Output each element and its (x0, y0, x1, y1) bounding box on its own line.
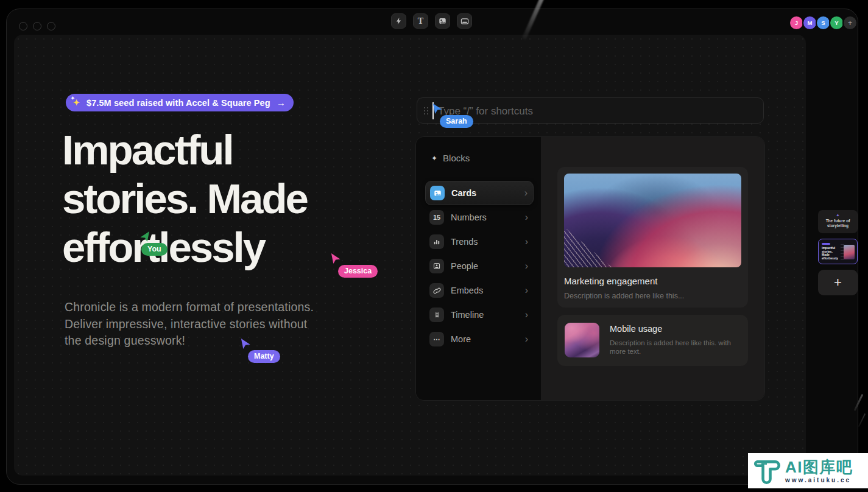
add-slide-button[interactable]: + (818, 270, 858, 295)
aituku-logo-icon (753, 457, 780, 485)
timeline-icon (429, 308, 444, 322)
menu-item-numbers[interactable]: 15 Numbers › (425, 205, 534, 230)
hero-subtitle-line: Deliver impressive, interactive stories … (65, 316, 314, 333)
editor-block-input[interactable] (417, 97, 764, 124)
slide-thumbnail-title: Impactful stories. Made effortlessly (822, 247, 840, 260)
menu-item-label: People (451, 261, 525, 271)
slide-thumbnail-title: The future of storytelling (824, 219, 852, 228)
pointer-icon (330, 253, 342, 264)
menu-item-embeds[interactable]: Embeds › (425, 278, 534, 303)
card-tool-icon[interactable] (457, 13, 472, 29)
blocks-header-label: Blocks (443, 153, 470, 163)
more-ellipsis-icon: ⋯ (429, 332, 444, 346)
menu-item-timeline[interactable]: Timeline › (425, 303, 534, 327)
screen: T J M S Y + (0, 0, 868, 492)
slide-rail: ✦ The future of storytelling Impactful s… (818, 210, 858, 295)
watermark-title: AI图库吧 (785, 459, 853, 476)
hero-title: Impactful stories. Made effortlessly (62, 126, 307, 272)
preview-card-description: Description is added here like this... (564, 292, 741, 300)
cards-image-icon (430, 186, 445, 200)
chevron-right-icon: › (525, 237, 528, 247)
chevron-right-icon: › (524, 188, 528, 198)
collaborator-avatars: J M S Y + (791, 15, 858, 30)
cursor-label: Matty (248, 350, 280, 363)
menu-item-label: Timeline (451, 310, 525, 320)
text-tool-icon[interactable]: T (413, 13, 428, 29)
embeds-link-icon (429, 283, 444, 298)
window-control-minimize[interactable] (33, 22, 41, 30)
blocks-preview-pane: Marketing engagement Description is adde… (541, 137, 764, 400)
toolbar: T (391, 13, 472, 29)
aituku-watermark: AI图库吧 www.aituku.cc (748, 453, 868, 488)
menu-item-label: Numbers (451, 213, 525, 222)
preview-card-mobile[interactable]: Mobile usage Description is added here l… (557, 315, 748, 366)
preview-card-marketing[interactable]: Marketing engagement Description is adde… (557, 167, 748, 308)
blocks-header: ✦ Blocks (431, 153, 470, 163)
mobile-preview-image (565, 323, 599, 357)
cursor-label: Jessica (338, 265, 378, 278)
menu-item-more[interactable]: ⋯ More › (425, 327, 534, 351)
slide-thumbnail-2-selected[interactable]: Impactful stories. Made effortlessly (818, 239, 858, 264)
hero-title-line: Impactful (62, 126, 307, 175)
slide-thumbnail-1[interactable]: ✦ The future of storytelling (818, 210, 858, 233)
menu-item-trends[interactable]: Trends › (425, 230, 534, 254)
preview-card-title: Marketing engagement (564, 276, 741, 286)
mini-image (844, 245, 855, 259)
watermark-url: www.aituku.cc (785, 477, 853, 483)
light-streak (858, 413, 866, 427)
preview-card-title: Mobile usage (610, 324, 740, 334)
window-control-close[interactable] (19, 22, 27, 30)
numbers-icon: 15 (429, 210, 444, 225)
hero-subtitle-line: the design guesswork! (65, 332, 314, 350)
blocks-diamond-icon: ✦ (431, 154, 437, 163)
chevron-right-icon: › (525, 286, 528, 295)
hero-subtitle-line: Chronicle is a modern format of presenta… (65, 299, 314, 316)
trends-chart-icon (429, 234, 444, 249)
seed-announcement-badge[interactable]: ✦ ✦ $7.5M seed raised with Accel & Squar… (66, 94, 294, 111)
drag-handle-icon[interactable] (424, 107, 428, 114)
menu-item-label: Trends (451, 237, 525, 247)
chevron-right-icon: › (525, 334, 528, 344)
cursor-jessica: Jessica (330, 253, 378, 278)
text-caret (432, 102, 434, 119)
image-tool-icon[interactable] (435, 13, 450, 29)
arrow-right-icon: → (277, 97, 286, 108)
hero-title-line: effortlessly (62, 223, 307, 272)
menu-item-label: Cards (451, 188, 524, 198)
menu-item-people[interactable]: People › (425, 254, 534, 278)
shortcut-input[interactable] (437, 98, 750, 124)
add-collaborator-button[interactable]: + (842, 15, 858, 30)
window-control-zoom[interactable] (47, 22, 55, 30)
chevron-right-icon: › (525, 310, 528, 320)
menu-item-label: Embeds (451, 286, 525, 295)
people-icon (429, 259, 444, 273)
chevron-right-icon: › (525, 261, 528, 271)
blocks-panel: ✦ Blocks Cards (415, 136, 765, 401)
hero-subtitle: Chronicle is a modern format of presenta… (65, 299, 314, 350)
menu-item-cards[interactable]: Cards › (425, 181, 534, 205)
diamond-icon: ✦ (818, 213, 858, 217)
menu-item-label: More (451, 334, 525, 344)
sparkle-icon: ✦ ✦ (72, 98, 82, 108)
preview-card-description: Description is added here like this. wit… (610, 339, 740, 356)
mini-badge (822, 243, 830, 245)
badge-label: $7.5M seed raised with Accel & Square Pe… (86, 98, 270, 108)
lightning-icon[interactable] (391, 13, 406, 29)
app-window: T J M S Y + (6, 9, 858, 485)
hero-title-line: stories. Made (62, 175, 307, 223)
marketing-preview-image (564, 174, 741, 267)
slide-canvas: ✦ ✦ $7.5M seed raised with Accel & Squar… (14, 35, 806, 476)
window-controls (19, 22, 55, 30)
blocks-menu: ✦ Blocks Cards (416, 137, 541, 400)
chevron-right-icon: › (525, 213, 528, 222)
